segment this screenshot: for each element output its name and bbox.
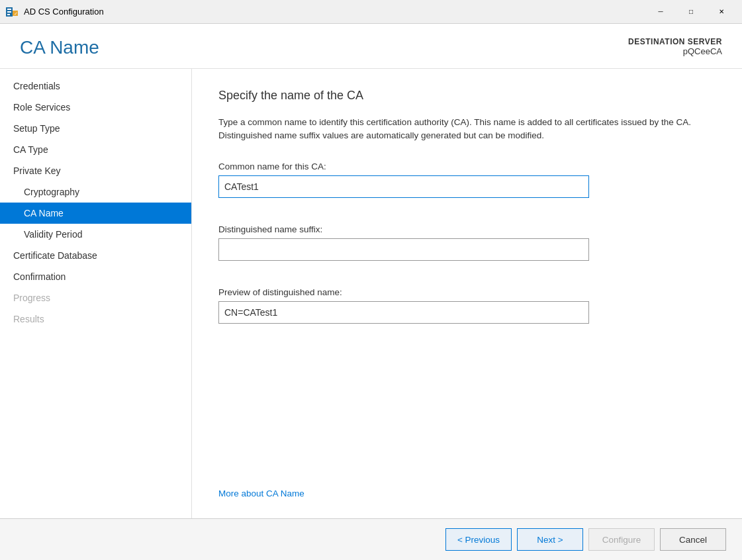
svg-rect-3: [7, 14, 10, 15]
page-title: CA Name: [20, 37, 99, 58]
content-heading: Specify the name of the CA: [218, 89, 716, 103]
more-about-link[interactable]: More about CA Name: [218, 469, 716, 498]
sidebar-item-cryptography[interactable]: Cryptography: [0, 181, 191, 203]
window-controls[interactable]: ─ □ ✕: [645, 0, 737, 24]
content-description: Type a common name to identify this cert…: [218, 116, 708, 143]
app-icon: ✓: [5, 5, 19, 19]
sidebar-item-setup-type[interactable]: Setup Type: [0, 118, 191, 139]
sidebar-item-credentials[interactable]: Credentials: [0, 75, 191, 97]
sidebar-item-confirmation[interactable]: Confirmation: [0, 266, 191, 287]
preview-label: Preview of distinguished name:: [218, 287, 716, 297]
footer: < Previous Next > Configure Cancel: [0, 518, 742, 560]
preview-section: Preview of distinguished name:: [218, 287, 716, 337]
title-bar: ✓ AD CS Configuration ─ □ ✕: [0, 0, 742, 24]
maximize-button[interactable]: □: [676, 0, 706, 24]
destination-server-panel: DESTINATION SERVER pQCeeCA: [628, 37, 722, 56]
destination-value: pQCeeCA: [628, 46, 722, 56]
sidebar-item-ca-type[interactable]: CA Type: [0, 139, 191, 160]
preview-input[interactable]: [218, 301, 589, 324]
svg-text:✓: ✓: [14, 11, 18, 16]
destination-label: DESTINATION SERVER: [628, 37, 722, 46]
common-name-section: Common name for this CA:: [218, 162, 716, 211]
page-header: CA Name DESTINATION SERVER pQCeeCA: [0, 24, 742, 68]
distinguished-suffix-section: Distinguished name suffix:: [218, 224, 716, 274]
common-name-input[interactable]: [218, 175, 589, 198]
svg-rect-1: [7, 9, 11, 10]
minimize-button[interactable]: ─: [645, 0, 676, 24]
close-icon: ✕: [719, 8, 724, 15]
next-button[interactable]: Next >: [517, 528, 583, 551]
sidebar-item-certificate-database[interactable]: Certificate Database: [0, 245, 191, 266]
sidebar-item-results: Results: [0, 308, 191, 330]
main-content: CA Name DESTINATION SERVER pQCeeCA Crede…: [0, 24, 742, 560]
sidebar-item-progress: Progress: [0, 287, 191, 308]
title-bar-left: ✓ AD CS Configuration: [5, 5, 104, 19]
sidebar: CredentialsRole ServicesSetup TypeCA Typ…: [0, 69, 192, 518]
body-area: CredentialsRole ServicesSetup TypeCA Typ…: [0, 68, 742, 518]
close-button[interactable]: ✕: [706, 0, 737, 24]
content-area: Specify the name of the CA Type a common…: [192, 69, 742, 518]
window-title: AD CS Configuration: [24, 7, 104, 17]
configure-button[interactable]: Configure: [588, 528, 655, 551]
sidebar-item-ca-name[interactable]: CA Name: [0, 203, 191, 224]
distinguished-suffix-input[interactable]: [218, 238, 589, 261]
svg-rect-2: [7, 11, 11, 13]
previous-button[interactable]: < Previous: [445, 528, 512, 551]
cancel-button[interactable]: Cancel: [660, 528, 726, 551]
distinguished-suffix-label: Distinguished name suffix:: [218, 224, 716, 234]
sidebar-item-role-services[interactable]: Role Services: [0, 97, 191, 118]
sidebar-item-private-key[interactable]: Private Key: [0, 160, 191, 181]
minimize-icon: ─: [658, 8, 663, 15]
sidebar-item-validity-period[interactable]: Validity Period: [0, 224, 191, 245]
maximize-icon: □: [689, 8, 693, 15]
common-name-label: Common name for this CA:: [218, 162, 716, 171]
